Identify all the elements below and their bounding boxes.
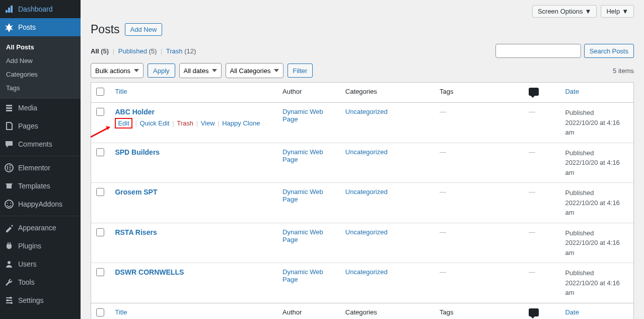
menu-label: Appearance [18, 224, 56, 232]
filter-all[interactable]: All (5) [91, 47, 109, 55]
submenu-item-tags[interactable]: Tags [0, 81, 81, 95]
category-link[interactable]: Uncategorized [345, 228, 388, 236]
col-date[interactable]: Date [565, 88, 579, 95]
add-new-button[interactable]: Add New [125, 23, 163, 36]
search-button[interactable]: Search Posts [584, 44, 634, 58]
col-date-footer[interactable]: Date [565, 308, 579, 316]
admin-sidebar: DashboardPostsAll PostsAdd NewCategories… [0, 0, 81, 319]
trash-link[interactable]: Trash [177, 119, 193, 127]
menu-label: Users [18, 260, 37, 268]
posts-table: Title Author Categories Tags Date ABC Ho… [91, 82, 634, 319]
svg-point-2 [7, 203, 8, 204]
svg-point-5 [10, 297, 12, 299]
row-checkbox[interactable] [96, 268, 104, 276]
col-title[interactable]: Title [115, 88, 127, 95]
comments-icon [529, 308, 539, 316]
filter-published[interactable]: Published (5) [118, 47, 157, 55]
post-title-link[interactable]: Grosem SPT [115, 188, 157, 196]
author-link[interactable]: Dynamic Web Page [282, 148, 323, 163]
author-link[interactable]: Dynamic Web Page [282, 108, 323, 123]
appearance-icon [4, 223, 14, 233]
edit-link[interactable]: Edit [118, 119, 129, 127]
author-link[interactable]: Dynamic Web Page [282, 188, 323, 203]
menu-item-pages[interactable]: Pages [0, 117, 81, 135]
select-all-checkbox[interactable] [96, 88, 104, 96]
submenu-item-all-posts[interactable]: All Posts [0, 40, 81, 54]
menu-label: Templates [18, 182, 50, 190]
media-icon [4, 103, 14, 113]
chevron-down-icon: ▼ [622, 8, 628, 15]
col-author-footer: Author [277, 303, 340, 320]
menu-item-plugins[interactable]: Plugins [0, 237, 81, 255]
menu-item-happyaddons[interactable]: HappyAddons [0, 195, 81, 213]
comments-value: — [529, 148, 535, 156]
menu-item-templates[interactable]: Templates [0, 177, 81, 195]
comments-value: — [529, 188, 535, 196]
comments-value: — [529, 268, 535, 276]
table-row: ABC HolderEdit | Quick Edit | Trash | Vi… [91, 103, 633, 143]
post-title-link[interactable]: SPD Builders [115, 148, 160, 156]
comments-icon [529, 88, 539, 96]
menu-item-tools[interactable]: Tools [0, 273, 81, 291]
apply-button[interactable]: Apply [148, 63, 175, 78]
bulk-actions-select[interactable]: Bulk actions [91, 63, 144, 78]
table-row: RSTA RisersDynamic Web PageUncategorized… [91, 223, 633, 264]
menu-item-media[interactable]: Media [0, 99, 81, 117]
comments-icon [4, 139, 14, 149]
arrow-annotation-icon [90, 123, 115, 138]
menu-label: Elementor [18, 164, 50, 172]
post-title-link[interactable]: RSTA Risers [115, 228, 157, 236]
submenu-item-add-new[interactable]: Add New [0, 54, 81, 68]
items-count: 5 items [613, 67, 634, 75]
date-status: Published [565, 229, 594, 237]
screen-options-button[interactable]: Screen Options ▼ [532, 5, 597, 18]
menu-label: Posts [18, 23, 36, 31]
pin-icon [4, 22, 14, 32]
menu-item-settings[interactable]: Settings [0, 291, 81, 309]
col-title-footer[interactable]: Title [115, 308, 127, 316]
tags-value: — [440, 268, 446, 276]
dashboard-icon [4, 4, 14, 14]
category-link[interactable]: Uncategorized [345, 188, 388, 196]
row-checkbox[interactable] [96, 148, 104, 156]
row-checkbox[interactable] [96, 108, 104, 116]
happy-clone-link[interactable]: Happy Clone [222, 119, 260, 127]
menu-item-comments[interactable]: Comments [0, 135, 81, 153]
author-link[interactable]: Dynamic Web Page [282, 268, 323, 283]
svg-point-7 [11, 302, 13, 304]
help-button[interactable]: Help ▼ [601, 5, 634, 18]
post-title-link[interactable]: ABC Holder [115, 108, 155, 116]
row-checkbox[interactable] [96, 188, 104, 196]
view-link[interactable]: View [201, 119, 215, 127]
author-link[interactable]: Dynamic Web Page [282, 228, 323, 243]
filter-trash[interactable]: Trash (12) [166, 47, 196, 55]
dates-select[interactable]: All dates [179, 63, 222, 78]
row-checkbox[interactable] [96, 228, 104, 236]
menu-item-posts[interactable]: Posts [0, 18, 81, 36]
tags-value: — [440, 188, 446, 196]
svg-point-4 [8, 261, 11, 264]
search-input[interactable] [495, 44, 581, 58]
menu-label: Settings [18, 296, 44, 304]
comments-value: — [529, 228, 535, 236]
menu-item-dashboard[interactable]: Dashboard [0, 0, 81, 18]
menu-item-appearance[interactable]: Appearance [0, 219, 81, 237]
page-title: Posts [91, 23, 120, 36]
filter-links: All (5) | Published (5) | Trash (12) [91, 47, 196, 55]
quick-edit-link[interactable]: Quick Edit [139, 119, 169, 127]
category-link[interactable]: Uncategorized [345, 148, 388, 156]
menu-item-users[interactable]: Users [0, 255, 81, 273]
table-row: SPD BuildersDynamic Web PageUncategorize… [91, 143, 633, 183]
menu-label: Plugins [18, 242, 41, 250]
menu-label: HappyAddons [18, 200, 62, 208]
select-all-checkbox-bottom[interactable] [96, 308, 104, 316]
happy-icon [4, 199, 14, 209]
submenu-item-categories[interactable]: Categories [0, 68, 81, 81]
filter-button[interactable]: Filter [288, 63, 313, 78]
category-link[interactable]: Uncategorized [345, 108, 388, 115]
category-link[interactable]: Uncategorized [345, 268, 388, 276]
menu-item-elementor[interactable]: Elementor [0, 159, 81, 177]
date-status: Published [565, 189, 594, 197]
post-title-link[interactable]: DSWR CORNWELLS [115, 268, 184, 276]
categories-select[interactable]: All Categories [226, 63, 283, 78]
